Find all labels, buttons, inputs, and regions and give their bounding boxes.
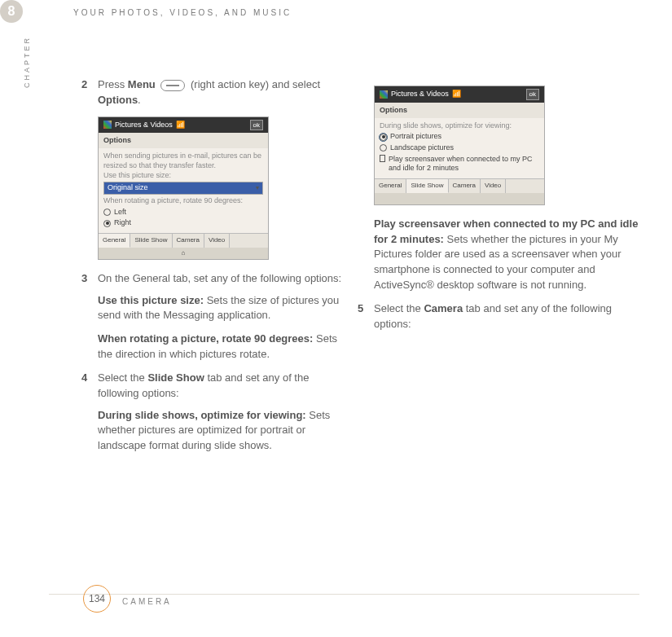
step-2: 2 Press Menu (right action key) and sele… [81,77,351,108]
radio-right[interactable]: Right [103,218,263,228]
option-picture-size: Use this picture size: Sets the size of … [98,293,351,324]
options-label: Options [98,94,138,106]
shot-tabs: General Slide Show Camera Video [375,178,544,193]
text: Press [98,78,128,90]
ok-button[interactable]: ok [250,120,263,131]
radio-left[interactable]: Left [103,208,263,217]
menu-label: Menu [128,78,156,90]
shot-help-text: When sending pictures in e-mail, picture… [103,152,263,170]
tab-general[interactable]: General [375,179,406,193]
step-body: On the General tab, set any of the follo… [98,271,351,287]
left-column: 2 Press Menu (right action key) and sele… [81,77,351,462]
shot-title: Pictures & Videos [115,120,173,130]
option-lead: When rotating a picture, rotate 90 degre… [98,332,313,345]
tab-video[interactable]: Video [204,234,230,248]
radio-landscape[interactable]: Landscape pictures [380,143,539,153]
radio-label: Right [114,218,131,228]
right-column: Pictures & Videos 📶 ok Options During sl… [374,77,643,462]
softkey-bar [375,193,544,204]
footer-rule [49,594,639,595]
footer-section-label: CAMERA [122,597,172,606]
start-icon [380,90,388,99]
shot-body: During slide shows, optimize for viewing… [375,118,544,178]
text: Select the [374,302,424,314]
shot-subtitle: Options [375,103,544,118]
step-5: 5 Select the Camera tab and set any of t… [358,301,643,332]
start-icon [103,121,112,129]
screenshot-general-options: Pictures & Videos 📶 ok Options When send… [98,116,269,260]
radio-icon [380,134,387,141]
step-body: Select the Camera tab and set any of the… [374,301,643,332]
step-3: 3 On the General tab, set any of the fol… [81,271,351,287]
action-key-icon [160,80,185,91]
step-number: 5 [358,301,374,332]
option-rotate: When rotating a picture, rotate 90 degre… [98,332,351,362]
checkbox-icon [380,155,385,162]
step-body: Press Menu (right action key) and select… [98,77,351,108]
tab-slideshow[interactable]: Slide Show [130,234,172,248]
signal-icon: 📶 [176,120,185,130]
option-screensaver: Play screensaver when connected to my PC… [374,217,643,293]
radio-icon [103,220,111,227]
shot-label: When rotating a picture, rotate 90 degre… [103,196,263,206]
radio-label: Portrait pictures [390,132,441,142]
shot-label: During slide shows, optimize for viewing… [380,121,539,131]
option-lead: Use this picture size: [98,294,204,306]
radio-icon [103,209,111,216]
chapter-side-label: CHAPTER [23,36,31,88]
tab-general[interactable]: General [99,234,130,248]
page-number: 134 [83,585,111,613]
option-lead: During slide shows, optimize for viewing… [98,409,306,421]
radio-icon [380,144,387,152]
content-columns: 2 Press Menu (right action key) and sele… [81,77,643,462]
text: . [138,94,141,106]
shot-title-bar: Pictures & Videos 📶 ok [375,86,544,103]
select-value: Original size [108,183,148,193]
tab-camera[interactable]: Camera [449,179,481,193]
step-body: Select the Slide Show tab and set any of… [98,371,351,402]
chapter-number-badge: 8 [0,0,23,23]
text: (right action key) and select [187,78,320,90]
checkbox-label: Play screensaver when connected to my PC… [389,155,539,174]
softkey-bar: ⌂ [99,248,268,259]
tab-camera[interactable]: Camera [173,234,204,248]
shot-body: When sending pictures in e-mail, picture… [99,148,268,233]
screenshot-slideshow-options: Pictures & Videos 📶 ok Options During sl… [374,86,545,205]
shot-label: Use this picture size: [103,171,263,181]
radio-portrait[interactable]: Portrait pictures [380,132,539,142]
step-4: 4 Select the Slide Show tab and set any … [81,371,351,402]
shot-title-bar: Pictures & Videos 📶 ok [99,117,268,134]
radio-label: Landscape pictures [390,143,454,153]
checkbox-screensaver[interactable]: Play screensaver when connected to my PC… [380,155,539,174]
camera-label: Camera [424,302,463,314]
option-optimize-viewing: During slide shows, optimize for viewing… [98,408,351,455]
ok-button[interactable]: ok [526,89,539,100]
step-number: 3 [81,271,98,287]
dropdown-icon: ▾ [256,184,259,192]
step-number: 2 [81,77,98,108]
shot-tabs: General Slide Show Camera Video [99,233,268,248]
signal-icon: 📶 [452,89,461,99]
radio-label: Left [114,208,126,217]
tab-video[interactable]: Video [481,179,506,193]
text: Select the [98,371,147,384]
step-number: 4 [81,371,98,402]
slideshow-label: Slide Show [147,371,204,384]
chapter-header: YOUR PHOTOS, VIDEOS, AND MUSIC [73,8,292,17]
shot-title: Pictures & Videos [391,89,449,99]
tab-slideshow[interactable]: Slide Show [406,179,448,193]
shot-subtitle: Options [99,133,268,148]
picture-size-select[interactable]: Original size ▾ [103,182,263,195]
